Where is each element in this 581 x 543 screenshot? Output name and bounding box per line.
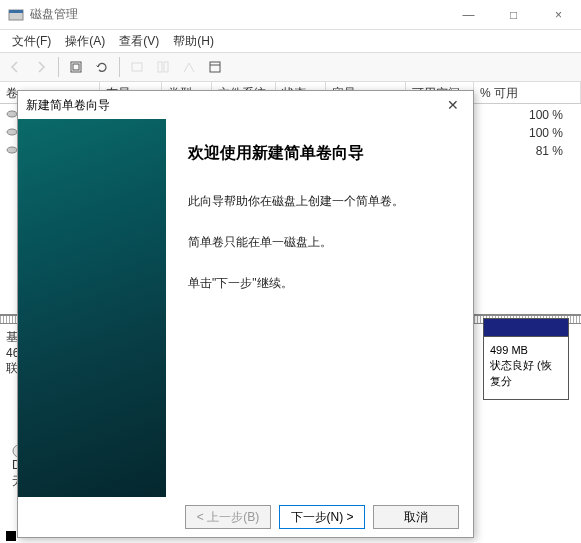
wizard-text: 简单卷只能在单一磁盘上。 xyxy=(188,233,455,252)
properties-icon[interactable] xyxy=(204,56,226,78)
menu-view[interactable]: 查看(V) xyxy=(113,31,165,52)
partition-box[interactable]: 499 MB 状态良好 (恢复分 xyxy=(483,318,569,400)
wizard-text: 此向导帮助你在磁盘上创建一个简单卷。 xyxy=(188,192,455,211)
col-pct[interactable]: % 可用 xyxy=(474,82,581,103)
menu-bar: 文件(F) 操作(A) 查看(V) 帮助(H) xyxy=(0,30,581,52)
action2-icon xyxy=(152,56,174,78)
wizard-text: 单击"下一步"继续。 xyxy=(188,274,455,293)
back-icon xyxy=(4,56,26,78)
minimize-button[interactable]: — xyxy=(446,0,491,29)
action3-icon xyxy=(178,56,200,78)
wizard-banner xyxy=(18,119,166,497)
separator xyxy=(58,57,59,77)
app-icon xyxy=(8,7,24,23)
close-button[interactable]: × xyxy=(536,0,581,29)
separator xyxy=(119,57,120,77)
pct-value: 81 % xyxy=(536,144,563,158)
menu-help[interactable]: 帮助(H) xyxy=(167,31,220,52)
cancel-button[interactable]: 取消 xyxy=(373,505,459,529)
title-bar: 磁盘管理 — □ × xyxy=(0,0,581,30)
svg-rect-1 xyxy=(9,10,23,13)
action1-icon xyxy=(126,56,148,78)
partition-size: 499 MB xyxy=(490,343,562,358)
svg-rect-7 xyxy=(210,62,220,72)
partition-header xyxy=(483,318,569,336)
svg-point-10 xyxy=(7,147,17,153)
legend xyxy=(6,531,16,541)
maximize-button[interactable]: □ xyxy=(491,0,536,29)
svg-rect-6 xyxy=(164,62,168,72)
next-button[interactable]: 下一步(N) > xyxy=(279,505,365,529)
close-icon[interactable]: ✕ xyxy=(441,97,465,113)
wizard-heading: 欢迎使用新建简单卷向导 xyxy=(188,143,455,164)
window-title: 磁盘管理 xyxy=(30,6,446,23)
svg-rect-3 xyxy=(73,64,79,70)
forward-icon xyxy=(30,56,52,78)
svg-point-9 xyxy=(7,129,17,135)
legend-swatch xyxy=(6,531,16,541)
new-simple-volume-wizard: 新建简单卷向导 ✕ 欢迎使用新建简单卷向导 此向导帮助你在磁盘上创建一个简单卷。… xyxy=(17,90,474,538)
svg-rect-4 xyxy=(132,63,142,71)
wizard-title: 新建简单卷向导 xyxy=(26,97,441,114)
pct-value: 100 % xyxy=(529,108,563,122)
toolbar xyxy=(0,52,581,82)
svg-rect-5 xyxy=(158,62,162,72)
pct-value: 100 % xyxy=(529,126,563,140)
rescan-icon[interactable] xyxy=(91,56,113,78)
menu-file[interactable]: 文件(F) xyxy=(6,31,57,52)
partition-status: 状态良好 (恢复分 xyxy=(490,358,562,389)
back-button: < 上一步(B) xyxy=(185,505,271,529)
svg-point-8 xyxy=(7,111,17,117)
menu-action[interactable]: 操作(A) xyxy=(59,31,111,52)
refresh-icon[interactable] xyxy=(65,56,87,78)
